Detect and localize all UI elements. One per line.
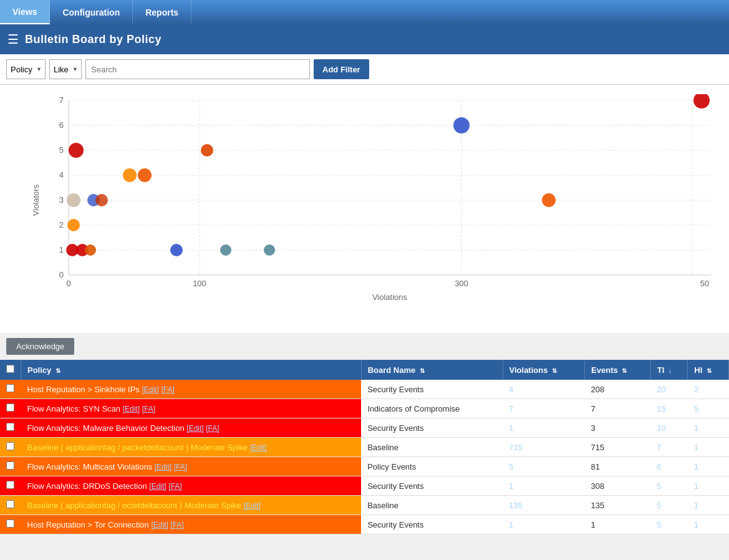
- row-checkbox-5[interactable]: [6, 481, 14, 489]
- row-checkbox-cell[interactable]: [0, 457, 21, 476]
- nav-reports[interactable]: Reports: [133, 0, 191, 24]
- policy-name-link[interactable]: Host Reputation > Sinkhole IPs: [27, 385, 140, 394]
- ti-link[interactable]: 5: [657, 520, 661, 529]
- policy-name-link[interactable]: Baseline ( applicationtag / packetdeltac…: [27, 443, 248, 452]
- hi-link[interactable]: 1: [694, 423, 698, 433]
- edit-link[interactable]: [Edit]: [186, 424, 203, 433]
- select-all-checkbox[interactable]: [6, 365, 14, 373]
- row-ti: 5: [650, 476, 688, 496]
- edit-link[interactable]: [Edit]: [155, 463, 171, 471]
- hi-link[interactable]: 5: [694, 404, 698, 413]
- fa-link[interactable]: [FA]: [142, 405, 155, 413]
- row-policy: Baseline ( applicationtag / octetdeltaco…: [21, 496, 362, 515]
- scatter-dot[interactable]: [95, 194, 108, 206]
- row-checkbox-cell[interactable]: [0, 438, 21, 457]
- scatter-dot[interactable]: [220, 244, 231, 256]
- hi-link[interactable]: 2: [694, 385, 698, 394]
- violations-link[interactable]: 5: [509, 462, 513, 471]
- policy-name-link[interactable]: Flow Analytics: Malware Behavior Detecti…: [27, 423, 185, 433]
- violations-link[interactable]: 715: [509, 443, 523, 452]
- nav-configuration[interactable]: Configuration: [50, 0, 133, 24]
- row-checkbox-cell[interactable]: [0, 496, 21, 515]
- add-filter-button[interactable]: Add Filter: [314, 59, 369, 79]
- fa-link[interactable]: [FA]: [161, 385, 174, 394]
- ti-link[interactable]: 10: [657, 423, 665, 433]
- like-select[interactable]: Like: [49, 59, 82, 79]
- edit-link[interactable]: [Edit]: [142, 385, 158, 394]
- row-checkbox-2[interactable]: [6, 423, 14, 431]
- row-checkbox-cell[interactable]: [0, 476, 21, 496]
- fa-link[interactable]: [FA]: [174, 463, 187, 471]
- policy-name-link[interactable]: Baseline ( applicationtag / octetdeltaco…: [27, 501, 241, 510]
- fa-link[interactable]: [FA]: [168, 482, 181, 491]
- row-checkbox-4[interactable]: [6, 461, 14, 470]
- svg-text:5: 5: [59, 145, 64, 155]
- violations-link[interactable]: 1: [509, 423, 513, 433]
- row-checkbox-cell[interactable]: [0, 399, 21, 418]
- ti-link[interactable]: 6: [657, 462, 661, 471]
- row-checkbox-3[interactable]: [6, 442, 14, 450]
- policy-name-link[interactable]: Flow Analytics: DRDoS Detection: [27, 481, 147, 491]
- scatter-dot[interactable]: [69, 143, 84, 158]
- ti-link[interactable]: 5: [657, 501, 661, 510]
- edit-link[interactable]: [Edit]: [149, 482, 166, 491]
- edit-link[interactable]: [Edit]: [243, 501, 260, 510]
- scatter-dot[interactable]: [453, 117, 470, 133]
- hi-link[interactable]: 1: [694, 443, 698, 452]
- edit-link[interactable]: [Edit]: [250, 443, 267, 452]
- policy-name-link[interactable]: Flow Analytics: SYN Scan: [27, 404, 121, 413]
- scatter-dot[interactable]: [67, 219, 80, 231]
- acknowledge-button[interactable]: Acknowledge: [6, 338, 74, 355]
- violations-link[interactable]: 135: [509, 501, 523, 510]
- row-checkbox-cell[interactable]: [0, 418, 21, 438]
- policy-select[interactable]: Policy: [6, 59, 46, 79]
- row-checkbox-0[interactable]: [6, 384, 14, 392]
- hi-link[interactable]: 1: [694, 520, 698, 529]
- row-checkbox-1[interactable]: [6, 403, 14, 412]
- hi-link[interactable]: 1: [694, 462, 698, 471]
- ti-link[interactable]: 5: [657, 481, 661, 491]
- scatter-dot[interactable]: [138, 168, 152, 182]
- policy-name-link[interactable]: Flow Analytics: Multicast Violations: [27, 462, 153, 471]
- hamburger-icon[interactable]: ☰: [7, 32, 19, 47]
- col-policy[interactable]: Policy ⇅: [21, 360, 362, 380]
- svg-text:0: 0: [59, 270, 64, 279]
- edit-link[interactable]: [Edit]: [151, 521, 168, 529]
- scatter-dot[interactable]: [264, 244, 275, 256]
- scatter-dot[interactable]: [85, 244, 96, 256]
- row-checkbox-7[interactable]: [6, 519, 14, 528]
- scatter-dot[interactable]: [693, 94, 710, 109]
- col-board-name[interactable]: Board Name ⇅: [361, 360, 503, 380]
- scatter-dot[interactable]: [123, 168, 137, 182]
- scatter-dot[interactable]: [67, 193, 80, 207]
- ti-link[interactable]: 20: [657, 385, 665, 394]
- col-violations[interactable]: Violations ⇅: [503, 360, 585, 380]
- ti-link[interactable]: 7: [657, 443, 661, 452]
- fa-link[interactable]: [FA]: [206, 424, 219, 433]
- hi-link[interactable]: 1: [694, 481, 698, 491]
- hi-link[interactable]: 1: [694, 501, 698, 510]
- col-hi[interactable]: HI ⇅: [688, 360, 729, 380]
- row-hi: 1: [688, 476, 729, 496]
- policy-name-link[interactable]: Host Reputation > Tor Connection: [27, 520, 149, 529]
- row-checkbox-cell[interactable]: [0, 380, 21, 399]
- select-all-header[interactable]: [0, 360, 21, 380]
- col-events[interactable]: Events ⇅: [585, 360, 651, 380]
- col-ti[interactable]: TI ↓: [650, 360, 688, 380]
- search-input[interactable]: [85, 59, 310, 79]
- ti-link[interactable]: 15: [657, 404, 665, 413]
- violations-link[interactable]: 1: [509, 520, 513, 529]
- scatter-dot[interactable]: [201, 144, 213, 157]
- fa-link[interactable]: [FA]: [170, 521, 183, 529]
- scatter-dot[interactable]: [542, 193, 556, 207]
- violations-link[interactable]: 7: [509, 404, 513, 413]
- row-checkbox-cell[interactable]: [0, 515, 21, 534]
- nav-views[interactable]: Views: [0, 0, 50, 24]
- violations-link[interactable]: 4: [509, 385, 513, 394]
- svg-text:Violations: Violations: [372, 292, 408, 302]
- edit-link[interactable]: [Edit]: [123, 405, 140, 413]
- row-checkbox-6[interactable]: [6, 500, 14, 508]
- scatter-dot[interactable]: [170, 244, 183, 256]
- sort-icon-policy: ⇅: [56, 367, 60, 374]
- violations-link[interactable]: 1: [509, 481, 513, 491]
